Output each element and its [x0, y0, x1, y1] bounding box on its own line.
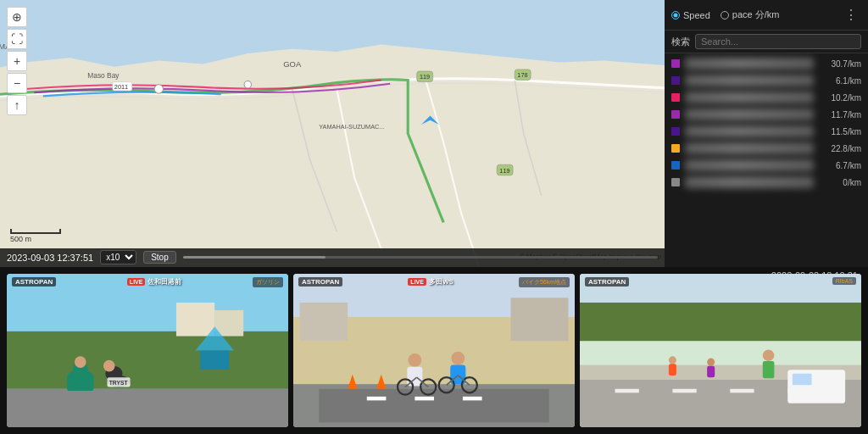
- athlete-distance-1: 6.1/km: [819, 76, 861, 86]
- athlete-name-blur-7: [685, 176, 814, 188]
- video-scene-2: [293, 274, 575, 427]
- athlete-distance-3: 11.7/km: [819, 110, 861, 120]
- athlete-list[interactable]: 30.7/km 6.1/km 10.2/km: [665, 53, 868, 267]
- athlete-color-2: [671, 93, 680, 102]
- playback-timestamp: 2023-09-03 12:37:51: [7, 253, 93, 263]
- svg-point-45: [451, 352, 465, 365]
- svg-text:YAMAHAI-SUZUMAC...: YAMAHAI-SUZUMAC...: [319, 123, 384, 131]
- video-scene-1: TRYST: [7, 274, 288, 427]
- map-area: MACHI Maso Bay GOA YAMAHAI-SUZUMAC... 20…: [0, 0, 665, 267]
- svg-text:GOA: GOA: [283, 59, 302, 69]
- locate-button[interactable]: ⊕: [7, 7, 27, 27]
- video-channel-badge-2: LIVE 多田WS: [408, 277, 453, 287]
- svg-text:Maso Bay: Maso Bay: [87, 71, 120, 80]
- list-item[interactable]: 6.1/km: [665, 72, 868, 89]
- svg-rect-59: [615, 389, 639, 393]
- athlete-distance-6: 6.7/km: [819, 161, 861, 170]
- video-brand-2: ASTROPAN: [298, 277, 342, 287]
- list-item[interactable]: 10.2/km: [665, 89, 868, 106]
- video-brand-1: ASTROPAN: [12, 277, 56, 287]
- athlete-color-7: [671, 178, 680, 186]
- video-frame-1: TRYST ASTROPAN LIVE 佐和田港前 ガソリン: [7, 274, 288, 427]
- athlete-name-blur-1: [685, 75, 814, 86]
- svg-rect-65: [763, 361, 775, 378]
- list-item[interactable]: 6.7/km: [665, 157, 868, 174]
- sponsor-badge-2: バイク56km地点: [519, 277, 570, 287]
- pace-label: pace 分/km: [732, 8, 780, 21]
- athlete-name-blur-4: [685, 125, 814, 137]
- svg-text:119: 119: [420, 73, 430, 81]
- video-frame-2: ASTROPAN LIVE 多田WS バイク56km地点: [293, 274, 575, 427]
- svg-rect-54: [511, 298, 569, 341]
- svg-point-64: [763, 349, 775, 361]
- search-label: 検索: [671, 36, 690, 48]
- pace-radio-dot: [721, 11, 729, 19]
- zoom-out-button[interactable]: −: [7, 73, 27, 93]
- svg-rect-18: [7, 389, 288, 427]
- athlete-name-blur-0: [685, 58, 814, 70]
- athlete-name-blur-5: [685, 142, 814, 154]
- list-item[interactable]: 11.7/km: [665, 106, 868, 123]
- main-container: MACHI Maso Bay GOA YAMAHAI-SUZUMAC... 20…: [0, 0, 868, 434]
- bottom-section: 2023-09-03 18:10:31: [0, 267, 868, 434]
- playback-speed-select[interactable]: x10 x1 x5 x20 x50: [100, 250, 136, 264]
- right-panel: Speed pace 分/km ⋮ 検索: [665, 0, 868, 267]
- list-item[interactable]: 11.5/km: [665, 123, 868, 140]
- list-item[interactable]: 30.7/km: [665, 55, 868, 72]
- playback-bar: 2023-09-03 12:37:51 x10 x1 x5 x20 x50 St…: [0, 248, 665, 267]
- video-channel-badge-1: LIVE 佐和田港前: [127, 277, 182, 287]
- sponsor-badge-3: RIbAS: [832, 277, 856, 285]
- svg-rect-17: [7, 331, 288, 389]
- playback-progress-fill: [183, 256, 326, 259]
- svg-text:178: 178: [517, 71, 527, 79]
- speed-radio[interactable]: Speed: [671, 10, 710, 20]
- radio-group: Speed pace 分/km: [671, 8, 779, 21]
- svg-text:119: 119: [499, 167, 509, 175]
- fullscreen-button[interactable]: ⛶: [7, 29, 27, 49]
- video-scene-3: [580, 274, 861, 427]
- svg-point-6: [154, 85, 163, 93]
- map-controls: ⊕ ⛶ + − ↑: [7, 7, 27, 115]
- athlete-color-6: [671, 161, 680, 170]
- top-section: MACHI Maso Bay GOA YAMAHAI-SUZUMAC... 20…: [0, 0, 868, 267]
- speed-label: Speed: [683, 10, 710, 20]
- video-card-3[interactable]: ASTROPAN RIbAS: [580, 274, 861, 427]
- svg-text:2011: 2011: [114, 83, 128, 91]
- svg-point-7: [244, 81, 251, 88]
- video-brand-3: ASTROPAN: [585, 277, 629, 287]
- svg-rect-36: [367, 397, 387, 401]
- athlete-name-blur-6: [685, 159, 814, 171]
- search-input[interactable]: [695, 34, 861, 49]
- panel-header: Speed pace 分/km ⋮: [665, 0, 868, 31]
- athlete-color-1: [671, 76, 680, 85]
- svg-point-39: [408, 353, 421, 367]
- playback-stop-button[interactable]: Stop: [143, 251, 176, 264]
- zoom-in-button[interactable]: +: [7, 51, 27, 71]
- svg-text:TRYST: TRYST: [109, 380, 129, 386]
- live-badge-2: LIVE: [408, 278, 426, 286]
- svg-rect-38: [463, 397, 482, 401]
- video-overlay-top-1: ASTROPAN LIVE 佐和田港前 ガソリン: [7, 274, 288, 291]
- video-card-1[interactable]: TRYST ASTROPAN LIVE 佐和田港前 ガソリン: [7, 274, 288, 427]
- video-card-2[interactable]: ASTROPAN LIVE 多田WS バイク56km地点: [293, 274, 575, 427]
- panel-menu-button[interactable]: ⋮: [841, 5, 861, 25]
- sponsor-badge-1: ガソリン: [253, 277, 283, 287]
- pace-radio[interactable]: pace 分/km: [721, 8, 780, 21]
- speed-radio-dot: [671, 11, 680, 19]
- svg-rect-24: [67, 377, 94, 391]
- svg-rect-57: [580, 303, 861, 341]
- svg-point-27: [103, 360, 115, 372]
- svg-point-70: [707, 359, 715, 366]
- svg-rect-67: [793, 374, 812, 386]
- athlete-name-blur-3: [685, 108, 814, 120]
- athlete-color-5: [671, 144, 680, 153]
- svg-rect-71: [707, 366, 715, 378]
- playback-progress[interactable]: [183, 256, 658, 259]
- map-svg: MACHI Maso Bay GOA YAMAHAI-SUZUMAC... 20…: [0, 0, 665, 267]
- svg-rect-60: [672, 389, 696, 393]
- list-item[interactable]: 22.8/km: [665, 140, 868, 157]
- athlete-distance-7: 0/km: [819, 178, 861, 187]
- scale-line: [10, 229, 61, 234]
- north-button[interactable]: ↑: [7, 95, 27, 115]
- list-item[interactable]: 0/km: [665, 174, 868, 191]
